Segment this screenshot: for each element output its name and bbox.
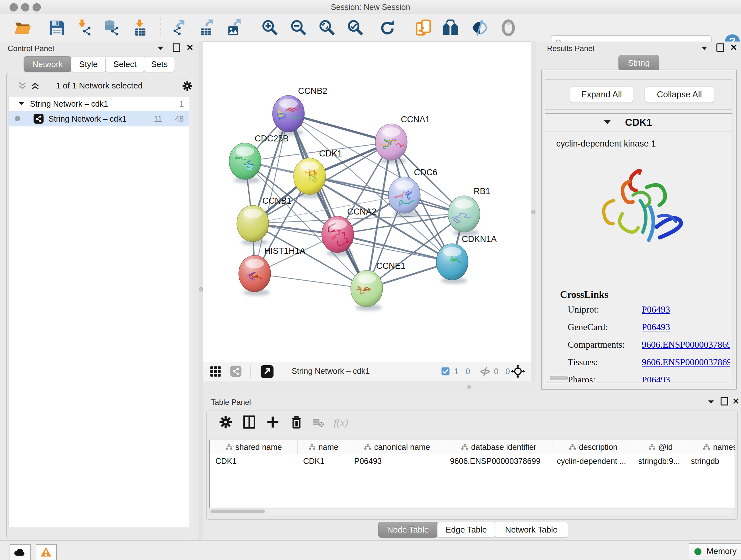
save-button[interactable]	[48, 19, 66, 37]
import-network-button[interactable]	[75, 19, 93, 37]
column-header-namespace[interactable]: namespace	[687, 440, 735, 454]
duplicate-pages-button[interactable]	[415, 19, 433, 37]
crosslink-link[interactable]: P06493	[642, 322, 670, 332]
network-node-CCNB1[interactable]: CCNB1	[237, 196, 292, 246]
results-panel-maximize-button[interactable]	[716, 44, 725, 53]
table-hscrollbar[interactable]	[209, 509, 735, 515]
detach-view-icon[interactable]	[260, 364, 274, 379]
results-hscrollbar-thumb[interactable]	[550, 376, 568, 380]
node-label-CCNE1: CCNE1	[376, 261, 406, 271]
network-row-selected[interactable]: String Network – cdk1 11 48	[9, 111, 189, 126]
gene-description: cyclin-dependent kinase 1	[556, 139, 656, 149]
node-label-RB1: RB1	[474, 186, 490, 196]
column-header-canonical-name[interactable]: canonical name	[349, 440, 445, 454]
network-node-CCNE1[interactable]: CCNE1	[351, 261, 406, 311]
crosslink-link[interactable]: P06493	[642, 304, 670, 315]
crosslink-link[interactable]: P06493	[642, 374, 670, 382]
fit-content-icon[interactable]	[511, 364, 525, 378]
create-column-icon[interactable]	[266, 415, 280, 429]
tab-network[interactable]: Network	[23, 56, 71, 72]
open-folder-button[interactable]	[13, 19, 31, 37]
tab-node-table[interactable]: Node Table	[378, 522, 438, 538]
tab-select[interactable]: Select	[105, 56, 145, 72]
table-panel-close-button[interactable]: ✕	[731, 396, 741, 406]
table-panel-maximize-button[interactable]	[720, 397, 729, 407]
column-header-name[interactable]: name	[298, 440, 349, 454]
table-cell[interactable]: stringdb	[685, 454, 735, 468]
show-columns-icon[interactable]	[242, 415, 257, 429]
binoculars-button[interactable]	[442, 19, 460, 37]
network-node-CDKN1A[interactable]: CDKN1A	[436, 234, 497, 284]
network-node-CCNB2[interactable]: CCNB2	[273, 86, 327, 136]
table-cell[interactable]: CDK1	[297, 454, 348, 468]
memory-button[interactable]: Memory	[689, 543, 741, 559]
expand-all-button[interactable]: Expand All	[570, 86, 633, 103]
collection-label: String Network – cdk1	[30, 99, 108, 109]
crosslink-label: Compartments:	[568, 339, 625, 350]
vertical-splitter-left[interactable]	[199, 42, 203, 540]
control-panel-float-button[interactable]	[156, 44, 165, 53]
results-panel-float-button[interactable]	[699, 44, 709, 53]
network-overview-icon[interactable]	[230, 365, 242, 377]
table-row[interactable]: CDK1CDK1P064939606.ENSP00000378699cyclin…	[210, 454, 735, 468]
collection-expander-icon[interactable]	[19, 102, 24, 105]
vertical-splitter-right[interactable]	[530, 42, 536, 392]
column-header-description[interactable]: description	[552, 440, 634, 454]
network-node-CCNA1[interactable]: CCNA1	[375, 115, 430, 164]
zoom-selected-button[interactable]	[347, 19, 364, 37]
network-edge[interactable]	[255, 273, 367, 289]
tab-network-table[interactable]: Network Table	[495, 522, 568, 538]
network-options-gear-icon[interactable]	[182, 80, 193, 91]
zoom-in-button[interactable]	[261, 19, 279, 37]
table-cell[interactable]: cyclin-dependent ...	[551, 454, 632, 468]
column-header-shared-name[interactable]: shared name	[210, 440, 298, 454]
toolbar-separator	[373, 18, 374, 38]
control-panel-maximize-button[interactable]	[172, 44, 181, 53]
export-image-button[interactable]	[225, 19, 243, 37]
export-network-button[interactable]	[170, 19, 187, 37]
table-cell[interactable]: stringdb:9...	[632, 454, 685, 468]
table-cell[interactable]: P06493	[348, 454, 444, 468]
results-panel-close-button[interactable]: ✕	[729, 43, 738, 52]
zoom-out-button[interactable]	[290, 19, 308, 37]
gene-section-header[interactable]: CDK1	[545, 114, 732, 132]
eye-hide-blue-button[interactable]	[471, 19, 488, 37]
table-hscrollbar-thumb[interactable]	[211, 509, 265, 513]
zoom-fit-button[interactable]	[318, 19, 336, 37]
network-collection-row[interactable]: String Network – cdk1 1	[9, 97, 189, 111]
export-table-button[interactable]	[198, 19, 216, 37]
table-cell[interactable]: 9606.ENSP00000378699	[444, 454, 551, 468]
node-table: shared namenamecanonical namedatabase id…	[209, 440, 735, 508]
import-table-button[interactable]	[131, 19, 149, 37]
refresh-button[interactable]	[379, 19, 396, 37]
tab-edge-table[interactable]: Edge Table	[437, 522, 495, 538]
network-edge[interactable]	[288, 114, 367, 289]
network-node-HIST1H1A[interactable]: HIST1H1A	[239, 246, 306, 296]
tab-sets[interactable]: Sets	[144, 56, 175, 72]
network-canvas[interactable]: CCNB2CCNA1CDC25BCDK1CDC6RB1CCNB1CCNA2CDK…	[203, 42, 531, 362]
table-panel-float-button[interactable]	[706, 397, 716, 407]
import-database-button[interactable]	[103, 19, 120, 37]
crosslink-link[interactable]: 9606.ENSP00000378699	[642, 357, 730, 368]
control-panel-close-button[interactable]: ✕	[185, 43, 195, 52]
network-view-title: String Network – cdk1	[292, 367, 370, 376]
grid-view-icon[interactable]	[209, 365, 221, 377]
delete-column-icon[interactable]	[289, 415, 304, 429]
selected-checkbox-icon[interactable]	[441, 367, 450, 376]
tab-string[interactable]: String	[618, 55, 659, 71]
table-cell[interactable]: CDK1	[210, 454, 297, 468]
network-node-RB1[interactable]: RB1	[448, 186, 490, 236]
tab-style[interactable]: Style	[71, 56, 106, 72]
eye-gray-button[interactable]	[499, 19, 517, 37]
crosslink-link[interactable]: 9606.ENSP00000378699	[642, 339, 730, 350]
table-options-gear-icon[interactable]	[218, 415, 233, 429]
collapse-all-button[interactable]: Collapse All	[645, 86, 714, 103]
memory-label: Memory	[706, 546, 737, 556]
warnings-button[interactable]	[36, 544, 57, 560]
column-header--id[interactable]: @id	[634, 440, 687, 454]
gene-name: CDK1	[545, 117, 732, 128]
hidden-eye-icon[interactable]	[479, 366, 491, 377]
cloud-status-button[interactable]	[10, 544, 30, 560]
column-type-icon	[703, 443, 711, 450]
column-header-database-identifier[interactable]: database identifier	[445, 440, 552, 454]
